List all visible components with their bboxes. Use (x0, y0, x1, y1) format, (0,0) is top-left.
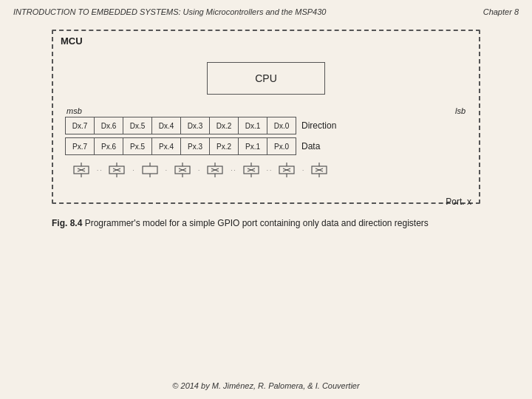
io-row: · · · (65, 160, 467, 180)
dir-cell-2: Dx.2 (209, 117, 239, 134)
data-cell-6: Px.6 (94, 137, 123, 155)
dot-sep-9: · (270, 167, 271, 174)
io-gate-2-icon (241, 163, 262, 177)
portx-label: Port. x (446, 197, 471, 207)
io-gate-4-icon (172, 163, 193, 177)
io-gate-7-icon (71, 163, 92, 177)
lsb-label: lsb (455, 106, 466, 115)
dir-cell-0: Dx.0 (267, 117, 296, 134)
io-gate-6-icon (106, 163, 127, 177)
dot-sep-2: · (100, 167, 101, 174)
dot-sep-8: · (267, 167, 268, 174)
header: INTRODUCTION TO EMBEDDED SYSTEMS: Using … (13, 7, 519, 16)
fig-label: Fig. 8.4 (52, 218, 82, 228)
io-symbol-0 (304, 160, 334, 180)
io-gate-0-icon (309, 163, 330, 177)
dot-sep-4: · (166, 167, 167, 174)
dot-sep-5: · (198, 167, 200, 174)
mcu-label: MCU (61, 35, 83, 47)
cpu-label: CPU (255, 72, 277, 84)
header-chapter: Chapter 8 (483, 7, 519, 16)
data-cell-5: Px.5 (123, 137, 152, 155)
io-symbol-2 (236, 160, 266, 180)
data-cell-1: Px.1 (238, 137, 267, 155)
svg-rect-11 (143, 166, 157, 174)
data-label: Data (301, 141, 320, 151)
dot-sep-3: · (132, 167, 134, 174)
main-content: MCU CPU msb lsb Dx.7 Dx.6 Dx.5 Dx.4 (13, 22, 519, 230)
diagram-area: MCU CPU msb lsb Dx.7 Dx.6 Dx.5 Dx.4 (52, 22, 480, 230)
io-symbol-3 (200, 160, 230, 180)
footer-text: © 2014 by M. Jiménez, R. Palomera, & I. … (172, 381, 359, 390)
data-register-cells: Px.7 Px.6 Px.5 Px.4 Px.3 Px.2 Px.1 Px.0 (65, 137, 296, 155)
data-cell-4: Px.4 (151, 137, 181, 155)
dot-sep-1: · (97, 167, 98, 174)
dir-cell-3: Dx.3 (180, 117, 210, 134)
dot-sep-10: · (302, 167, 304, 174)
direction-register-row: Dx.7 Dx.6 Dx.5 Dx.4 Dx.3 Dx.2 Dx.1 Dx.0 … (65, 117, 467, 134)
io-symbol-5 (135, 160, 165, 180)
dir-cell-1: Dx.1 (238, 117, 267, 134)
io-symbol-7 (66, 160, 96, 180)
data-cell-0: Px.0 (267, 137, 296, 155)
dot-sep-6: · (231, 167, 232, 174)
io-gate-3-icon (205, 163, 225, 177)
mcu-box: MCU CPU msb lsb Dx.7 Dx.6 Dx.5 Dx.4 (52, 30, 480, 204)
data-register-row: Px.7 Px.6 Px.5 Px.4 Px.3 Px.2 Px.1 Px.0 … (65, 137, 467, 155)
dir-cell-7: Dx.7 (65, 117, 95, 134)
dir-cell-6: Dx.6 (94, 117, 123, 134)
data-cell-7: Px.7 (65, 137, 95, 155)
msb-label: msb (66, 106, 82, 115)
dir-cell-5: Dx.5 (123, 117, 152, 134)
data-cell-3: Px.3 (180, 137, 210, 155)
cpu-box: CPU (207, 62, 325, 95)
dir-cell-4: Dx.4 (151, 117, 181, 134)
bit-labels: msb lsb (65, 106, 467, 115)
io-gate-1-icon (276, 163, 297, 177)
io-gate-5-icon (140, 163, 160, 177)
footer: © 2014 by M. Jiménez, R. Palomera, & I. … (0, 381, 532, 390)
fig-caption: Fig. 8.4 Programmer's model for a simple… (52, 217, 480, 230)
caption-text: Programmer's model for a simple GPIO por… (82, 218, 429, 228)
io-symbol-6 (102, 160, 132, 180)
page: INTRODUCTION TO EMBEDDED SYSTEMS: Using … (0, 0, 532, 399)
io-symbol-4 (168, 160, 197, 180)
dot-sep-7: · (233, 167, 235, 174)
direction-label: Direction (301, 120, 336, 131)
data-cell-2: Px.2 (209, 137, 239, 155)
direction-register-cells: Dx.7 Dx.6 Dx.5 Dx.4 Dx.3 Dx.2 Dx.1 Dx.0 (65, 117, 296, 134)
io-symbol-1 (272, 160, 301, 180)
header-title: INTRODUCTION TO EMBEDDED SYSTEMS: Using … (13, 7, 326, 16)
